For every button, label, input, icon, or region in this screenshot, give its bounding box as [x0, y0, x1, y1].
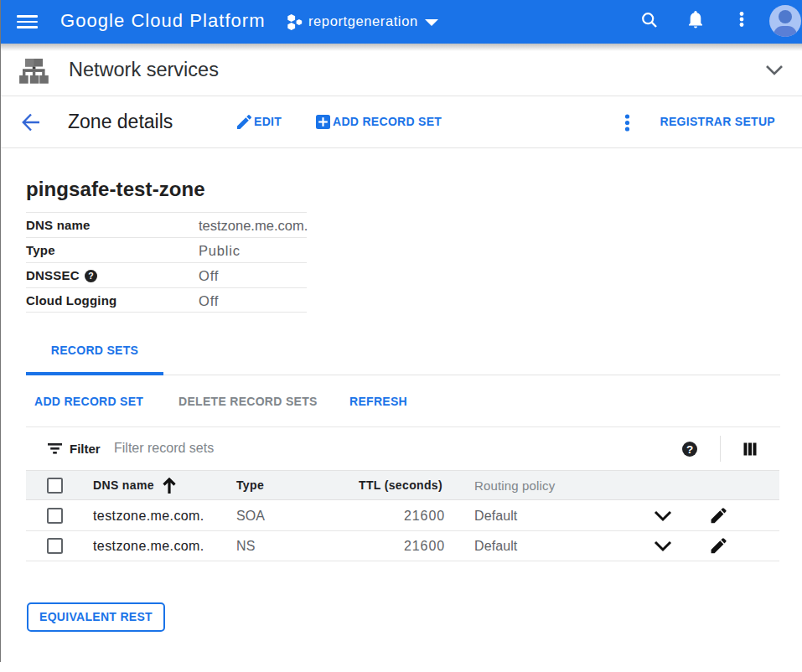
svg-text:?: ? [88, 271, 93, 281]
svg-text:?: ? [686, 443, 693, 456]
